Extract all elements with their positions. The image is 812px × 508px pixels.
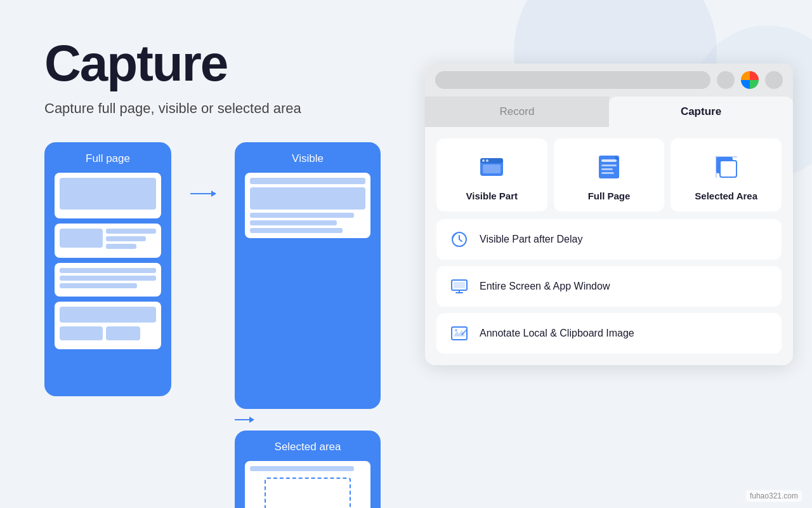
right-panel: Record Capture xyxy=(425,64,793,365)
svg-rect-17 xyxy=(454,282,465,288)
address-bar xyxy=(435,71,710,89)
option-visible-part[interactable]: Visible Part xyxy=(436,138,547,211)
page-title: Capture xyxy=(44,38,438,89)
option-entire-screen[interactable]: Entire Screen & App Window xyxy=(436,266,782,307)
svg-rect-2 xyxy=(483,164,501,173)
visible-part-label: Visible Part xyxy=(466,190,518,201)
option-full-page[interactable]: Full Page xyxy=(554,138,665,211)
phone-visible: Visible xyxy=(235,142,381,409)
annotate-icon xyxy=(449,323,469,344)
full-page-screen4 xyxy=(55,302,161,349)
selected-area-icon xyxy=(710,151,742,183)
screen-icon xyxy=(449,276,469,297)
page-subtitle: Capture full page, visible or selected a… xyxy=(44,100,438,117)
arrow-full-to-visible xyxy=(190,142,216,194)
watermark: fuhao321.com xyxy=(746,490,802,502)
mockups-area: Full page xyxy=(44,142,438,508)
svg-rect-9 xyxy=(601,172,614,174)
phone-visible-label: Visible xyxy=(245,152,370,165)
option-annotate[interactable]: Annotate Local & Clipboard Image xyxy=(436,313,782,354)
right-phones: Visible Selected area xyxy=(235,142,381,508)
selected-screen: ✂ xyxy=(245,461,370,508)
phone-full-label: Full page xyxy=(55,152,161,165)
delay-icon xyxy=(449,229,469,250)
visible-part-icon xyxy=(476,151,508,183)
full-page-icon xyxy=(593,151,625,183)
option-visible-delay[interactable]: Visible Part after Delay xyxy=(436,219,782,260)
tab-capture[interactable]: Capture xyxy=(609,97,793,127)
visible-delay-label: Visible Part after Delay xyxy=(480,234,582,245)
svg-rect-7 xyxy=(601,164,617,166)
left-section: Capture Capture full page, visible or se… xyxy=(44,38,438,508)
svg-rect-11 xyxy=(720,161,737,177)
entire-screen-label: Entire Screen & App Window xyxy=(480,281,610,292)
svg-point-22 xyxy=(455,329,457,331)
svg-rect-21 xyxy=(452,327,467,340)
browser-btn-2 xyxy=(765,71,783,89)
full-page-screen3 xyxy=(55,263,161,297)
options-list: Visible Part after Delay Entire Screen xyxy=(436,219,782,354)
selected-area-label: Selected Area xyxy=(695,190,757,201)
tab-bar: Record Capture xyxy=(425,97,793,127)
browser-chrome xyxy=(425,64,793,97)
svg-point-4 xyxy=(486,159,488,162)
phone-selected-label: Selected area xyxy=(245,441,370,453)
annotate-label: Annotate Local & Clipboard Image xyxy=(480,328,634,339)
browser-btn-colorful xyxy=(741,71,759,89)
visible-screen xyxy=(245,173,370,238)
svg-point-15 xyxy=(452,236,454,238)
options-grid: Visible Part xyxy=(436,138,782,211)
svg-point-3 xyxy=(482,159,485,162)
phone-full-page: Full page xyxy=(44,142,171,396)
capture-options: Visible Part xyxy=(425,127,793,365)
option-selected-area[interactable]: Selected Area xyxy=(671,138,782,211)
arrow-visible-to-selected xyxy=(235,419,381,420)
browser-btn-1 xyxy=(717,71,735,89)
svg-rect-6 xyxy=(601,159,617,162)
tab-record[interactable]: Record xyxy=(425,97,609,127)
full-page-screen2 xyxy=(55,224,161,258)
full-page-label: Full Page xyxy=(588,190,631,201)
full-page-screen xyxy=(55,173,161,218)
svg-rect-8 xyxy=(601,168,613,170)
phone-selected: Selected area ✂ xyxy=(235,431,381,508)
